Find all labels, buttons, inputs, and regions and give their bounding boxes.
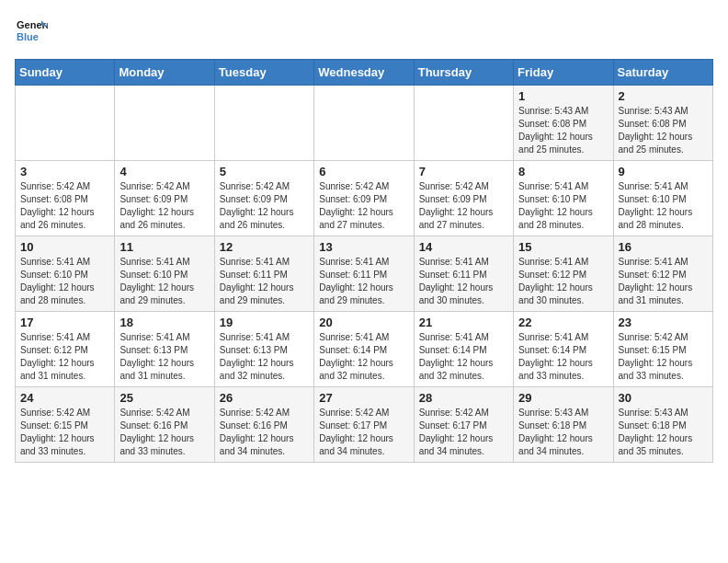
- day-info: Sunrise: 5:43 AM Sunset: 6:08 PM Dayligh…: [619, 105, 708, 156]
- day-number: 4: [119, 165, 209, 178]
- day-number: 18: [119, 316, 209, 329]
- calendar-cell: 3Sunrise: 5:42 AM Sunset: 6:08 PM Daylig…: [16, 161, 115, 236]
- calendar-cell: 23Sunrise: 5:42 AM Sunset: 6:15 PM Dayli…: [613, 312, 712, 387]
- calendar-week-4: 17Sunrise: 5:41 AM Sunset: 6:12 PM Dayli…: [16, 312, 713, 387]
- calendar-cell: 1Sunrise: 5:43 AM Sunset: 6:08 PM Daylig…: [514, 86, 613, 161]
- calendar-cell: [16, 86, 115, 161]
- day-number: 24: [20, 391, 109, 405]
- day-info: Sunrise: 5:41 AM Sunset: 6:11 PM Dayligh…: [319, 256, 408, 307]
- day-number: 17: [20, 316, 109, 329]
- calendar-cell: 17Sunrise: 5:41 AM Sunset: 6:12 PM Dayli…: [16, 312, 115, 387]
- calendar-cell: 19Sunrise: 5:41 AM Sunset: 6:13 PM Dayli…: [214, 312, 313, 387]
- calendar-cell: 25Sunrise: 5:42 AM Sunset: 6:16 PM Dayli…: [115, 387, 214, 463]
- svg-text:Blue: Blue: [17, 31, 39, 42]
- day-info: Sunrise: 5:42 AM Sunset: 6:08 PM Dayligh…: [20, 180, 109, 232]
- calendar-cell: 12Sunrise: 5:41 AM Sunset: 6:11 PM Dayli…: [214, 236, 313, 312]
- calendar-cell: 6Sunrise: 5:42 AM Sunset: 6:09 PM Daylig…: [314, 161, 414, 236]
- day-number: 9: [619, 165, 708, 178]
- calendar-cell: 28Sunrise: 5:42 AM Sunset: 6:17 PM Dayli…: [414, 387, 513, 463]
- calendar-cell: [314, 86, 414, 161]
- day-number: 27: [319, 391, 408, 405]
- calendar-week-3: 10Sunrise: 5:41 AM Sunset: 6:10 PM Dayli…: [16, 236, 713, 312]
- calendar-cell: [414, 86, 513, 161]
- weekday-header-monday: Monday: [115, 60, 214, 86]
- weekday-header-friday: Friday: [514, 60, 613, 86]
- day-info: Sunrise: 5:41 AM Sunset: 6:14 PM Dayligh…: [518, 331, 608, 383]
- day-info: Sunrise: 5:42 AM Sunset: 6:15 PM Dayligh…: [619, 331, 708, 383]
- day-info: Sunrise: 5:43 AM Sunset: 6:18 PM Dayligh…: [619, 407, 708, 458]
- calendar-week-2: 3Sunrise: 5:42 AM Sunset: 6:08 PM Daylig…: [16, 161, 713, 236]
- day-number: 5: [220, 165, 309, 178]
- day-number: 14: [419, 240, 508, 254]
- day-info: Sunrise: 5:41 AM Sunset: 6:10 PM Dayligh…: [518, 180, 608, 232]
- calendar-cell: 16Sunrise: 5:41 AM Sunset: 6:12 PM Dayli…: [613, 236, 712, 312]
- day-info: Sunrise: 5:41 AM Sunset: 6:14 PM Dayligh…: [319, 331, 408, 383]
- page-header: General Blue: [15, 15, 713, 48]
- day-info: Sunrise: 5:41 AM Sunset: 6:10 PM Dayligh…: [619, 180, 708, 232]
- day-info: Sunrise: 5:43 AM Sunset: 6:18 PM Dayligh…: [518, 407, 608, 458]
- weekday-header-thursday: Thursday: [414, 60, 513, 86]
- day-info: Sunrise: 5:41 AM Sunset: 6:10 PM Dayligh…: [119, 256, 209, 307]
- calendar-cell: 21Sunrise: 5:41 AM Sunset: 6:14 PM Dayli…: [414, 312, 513, 387]
- day-number: 19: [220, 316, 309, 329]
- calendar-cell: 9Sunrise: 5:41 AM Sunset: 6:10 PM Daylig…: [613, 161, 712, 236]
- day-number: 8: [518, 165, 608, 178]
- calendar-cell: 30Sunrise: 5:43 AM Sunset: 6:18 PM Dayli…: [613, 387, 712, 463]
- calendar-cell: 2Sunrise: 5:43 AM Sunset: 6:08 PM Daylig…: [613, 86, 712, 161]
- day-number: 20: [319, 316, 408, 329]
- day-number: 23: [619, 316, 708, 329]
- day-info: Sunrise: 5:42 AM Sunset: 6:16 PM Dayligh…: [220, 407, 309, 458]
- calendar-week-1: 1Sunrise: 5:43 AM Sunset: 6:08 PM Daylig…: [16, 86, 713, 161]
- day-info: Sunrise: 5:42 AM Sunset: 6:09 PM Dayligh…: [419, 180, 508, 232]
- day-number: 11: [119, 240, 209, 254]
- day-info: Sunrise: 5:42 AM Sunset: 6:09 PM Dayligh…: [319, 180, 408, 232]
- calendar-cell: [115, 86, 214, 161]
- calendar-cell: [214, 86, 313, 161]
- day-number: 2: [619, 89, 708, 103]
- day-info: Sunrise: 5:41 AM Sunset: 6:11 PM Dayligh…: [419, 256, 508, 307]
- calendar-cell: 29Sunrise: 5:43 AM Sunset: 6:18 PM Dayli…: [514, 387, 613, 463]
- day-number: 25: [119, 391, 209, 405]
- day-number: 30: [619, 391, 708, 405]
- day-number: 1: [518, 89, 608, 103]
- weekday-header-sunday: Sunday: [16, 60, 115, 86]
- day-info: Sunrise: 5:42 AM Sunset: 6:17 PM Dayligh…: [319, 407, 408, 458]
- calendar-body: 1Sunrise: 5:43 AM Sunset: 6:08 PM Daylig…: [16, 86, 713, 463]
- day-number: 16: [619, 240, 708, 254]
- calendar-cell: 4Sunrise: 5:42 AM Sunset: 6:09 PM Daylig…: [115, 161, 214, 236]
- calendar-cell: 20Sunrise: 5:41 AM Sunset: 6:14 PM Dayli…: [314, 312, 414, 387]
- calendar-cell: 7Sunrise: 5:42 AM Sunset: 6:09 PM Daylig…: [414, 161, 513, 236]
- day-info: Sunrise: 5:41 AM Sunset: 6:11 PM Dayligh…: [220, 256, 309, 307]
- day-number: 21: [419, 316, 508, 329]
- calendar-table: SundayMondayTuesdayWednesdayThursdayFrid…: [15, 59, 713, 463]
- calendar-cell: 22Sunrise: 5:41 AM Sunset: 6:14 PM Dayli…: [514, 312, 613, 387]
- day-number: 15: [518, 240, 608, 254]
- day-number: 3: [20, 165, 109, 178]
- weekday-header-saturday: Saturday: [613, 60, 712, 86]
- day-number: 6: [319, 165, 408, 178]
- calendar-cell: 13Sunrise: 5:41 AM Sunset: 6:11 PM Dayli…: [314, 236, 414, 312]
- weekday-header-wednesday: Wednesday: [314, 60, 414, 86]
- day-number: 7: [419, 165, 508, 178]
- day-info: Sunrise: 5:41 AM Sunset: 6:10 PM Dayligh…: [20, 256, 109, 307]
- calendar-cell: 11Sunrise: 5:41 AM Sunset: 6:10 PM Dayli…: [115, 236, 214, 312]
- calendar-week-5: 24Sunrise: 5:42 AM Sunset: 6:15 PM Dayli…: [16, 387, 713, 463]
- day-info: Sunrise: 5:42 AM Sunset: 6:09 PM Dayligh…: [119, 180, 209, 232]
- day-info: Sunrise: 5:42 AM Sunset: 6:17 PM Dayligh…: [419, 407, 508, 458]
- calendar-cell: 26Sunrise: 5:42 AM Sunset: 6:16 PM Dayli…: [214, 387, 313, 463]
- calendar-cell: 8Sunrise: 5:41 AM Sunset: 6:10 PM Daylig…: [514, 161, 613, 236]
- calendar-cell: 18Sunrise: 5:41 AM Sunset: 6:13 PM Dayli…: [115, 312, 214, 387]
- calendar-header-row: SundayMondayTuesdayWednesdayThursdayFrid…: [16, 60, 713, 86]
- day-info: Sunrise: 5:41 AM Sunset: 6:13 PM Dayligh…: [220, 331, 309, 383]
- logo-svg: General Blue: [15, 15, 48, 48]
- day-number: 22: [518, 316, 608, 329]
- calendar-cell: 24Sunrise: 5:42 AM Sunset: 6:15 PM Dayli…: [16, 387, 115, 463]
- logo: General Blue: [15, 15, 48, 48]
- day-info: Sunrise: 5:42 AM Sunset: 6:09 PM Dayligh…: [220, 180, 309, 232]
- day-info: Sunrise: 5:41 AM Sunset: 6:12 PM Dayligh…: [20, 331, 109, 383]
- calendar-cell: 5Sunrise: 5:42 AM Sunset: 6:09 PM Daylig…: [214, 161, 313, 236]
- day-info: Sunrise: 5:42 AM Sunset: 6:16 PM Dayligh…: [119, 407, 209, 458]
- day-number: 26: [220, 391, 309, 405]
- day-info: Sunrise: 5:41 AM Sunset: 6:14 PM Dayligh…: [419, 331, 508, 383]
- calendar-cell: 10Sunrise: 5:41 AM Sunset: 6:10 PM Dayli…: [16, 236, 115, 312]
